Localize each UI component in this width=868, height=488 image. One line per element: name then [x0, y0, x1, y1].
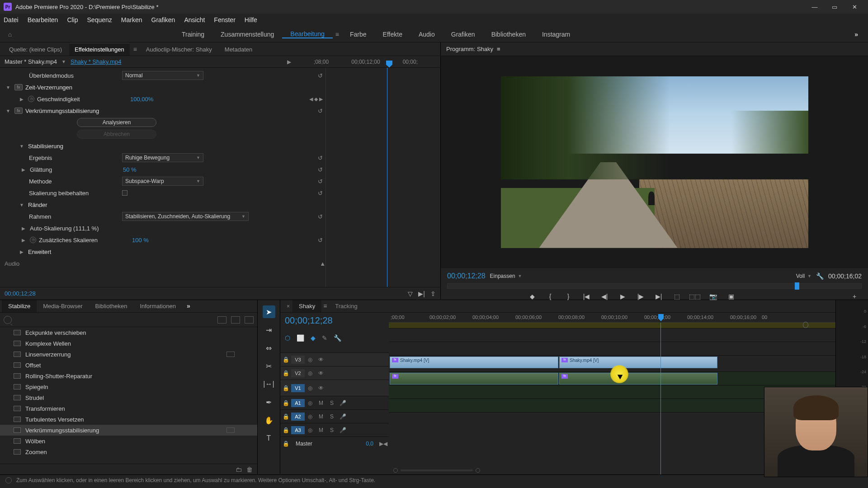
ws-instagram[interactable]: Instagram — [534, 31, 578, 38]
track-label[interactable]: V1 — [291, 384, 305, 392]
extract-icon[interactable]: ⬚⬚ — [689, 292, 700, 301]
toggle-output-icon[interactable]: 👁 — [316, 357, 326, 363]
effect-item-selected[interactable]: Verkrümmungsstabilisierung — [0, 425, 257, 436]
result-dropdown[interactable]: Ruhige Bewegung▼ — [122, 153, 203, 162]
blendmode-dropdown[interactable]: Normal▼ — [122, 71, 203, 80]
search-input[interactable] — [15, 317, 214, 323]
mark-out-icon[interactable]: } — [563, 292, 574, 301]
zoom-in-icon[interactable] — [476, 468, 480, 473]
linked-selection-icon[interactable]: ⬜ — [297, 334, 304, 342]
snap-icon[interactable]: ⬡ — [285, 334, 290, 342]
zoom-out-icon[interactable] — [393, 468, 398, 473]
button-editor-icon[interactable]: + — [849, 292, 860, 301]
ec-playhead[interactable] — [386, 61, 392, 68]
audio-clip[interactable]: fx — [390, 373, 558, 385]
tab-media-browser[interactable]: Media-Browser — [37, 300, 89, 312]
tab-audio-mixer[interactable]: Audioclip-Mischer: Shaky — [141, 43, 217, 56]
work-area-bar[interactable] — [389, 323, 835, 328]
hand-tool-icon[interactable]: ✋ — [263, 414, 275, 427]
ws-audio[interactable]: Audio — [410, 31, 443, 38]
timeline-playhead[interactable] — [658, 314, 664, 321]
lift-icon[interactable]: ⬚ — [671, 292, 682, 301]
twirl-icon[interactable]: ▶ — [18, 249, 25, 254]
lock-icon[interactable]: 🔒 — [280, 400, 291, 406]
tab-info[interactable]: Informationen — [133, 300, 182, 312]
speed-value[interactable]: 100,00% — [130, 96, 212, 103]
step-back-icon[interactable]: ◀| — [599, 292, 610, 301]
ec-clip-link[interactable]: Shaky * Shaky.mp4 — [71, 58, 121, 65]
tab-menu-icon[interactable]: ≡ — [132, 43, 139, 56]
timeline-ruler[interactable]: ;00;00 00;00;02;00 00;00;04;00 00;00;06;… — [389, 313, 835, 323]
twirl-icon[interactable]: ▶ — [20, 167, 27, 172]
slip-tool-icon[interactable]: |↔| — [263, 378, 275, 390]
sync-lock-icon[interactable]: ◎ — [305, 357, 316, 363]
advanced-section[interactable]: Erweitert — [28, 249, 118, 255]
effect-item[interactable]: Linsenverzerrung — [0, 349, 257, 360]
video-clip[interactable]: fxShaky.mp4 [V] — [559, 357, 717, 368]
expand-icon[interactable]: ▶◀ — [378, 441, 389, 447]
home-icon[interactable]: ⌂ — [0, 26, 20, 42]
lock-icon[interactable]: 🔒 — [280, 413, 291, 420]
playhead-icon[interactable]: ▶ — [287, 59, 291, 65]
quality-dropdown[interactable]: Voll▼ — [796, 273, 811, 279]
goto-in-icon[interactable]: |◀ — [581, 292, 592, 301]
zoom-slider[interactable] — [401, 469, 473, 471]
track-select-tool-icon[interactable]: ⇥ — [263, 324, 275, 336]
reset-icon[interactable]: ↺ — [315, 190, 326, 197]
add-marker-icon[interactable]: ◆ — [311, 334, 316, 342]
additional-scale-value[interactable]: 100 % — [132, 237, 213, 244]
effect-item[interactable]: Eckpunkte verschieben — [0, 327, 257, 338]
solo-icon[interactable]: S — [326, 413, 337, 420]
method-dropdown[interactable]: Subspace-Warp▼ — [122, 177, 203, 186]
lock-icon[interactable]: 🔒 — [280, 427, 291, 433]
menu-ansicht[interactable]: Ansicht — [184, 16, 205, 23]
menu-fenster[interactable]: Fenster — [214, 16, 235, 23]
export-frame-icon[interactable]: 📷 — [708, 292, 718, 301]
menu-marken[interactable]: Marken — [121, 16, 142, 23]
preset-bin-icon[interactable] — [245, 316, 254, 324]
effect-item[interactable]: Offset — [0, 360, 257, 371]
ws-effekte[interactable]: Effekte — [375, 31, 410, 38]
effect-item[interactable]: Transformieren — [0, 403, 257, 414]
sync-lock-icon[interactable]: ◎ — [305, 370, 316, 376]
smoothness-value[interactable]: 50 % — [123, 166, 204, 173]
program-scrubber[interactable] — [447, 283, 862, 289]
goto-out-icon[interactable]: ▶| — [653, 292, 664, 301]
audio-section[interactable]: Audio — [5, 260, 19, 267]
sync-lock-icon[interactable]: ◎ — [305, 413, 316, 420]
fx-badge-icon[interactable]: fx — [14, 108, 23, 114]
fit-dropdown[interactable]: Einpassen▼ — [490, 273, 522, 279]
minimize-button[interactable]: — — [805, 0, 825, 14]
reset-icon[interactable]: ↺ — [315, 178, 326, 185]
effect-item[interactable]: Zoomen — [0, 446, 257, 457]
twirl-icon[interactable]: ▼ — [18, 144, 25, 149]
tab-libraries[interactable]: Bibliotheken — [89, 300, 134, 312]
ripple-tool-icon[interactable]: ⇔ — [263, 342, 275, 354]
preset-bin-icon[interactable] — [217, 316, 226, 324]
step-fwd-icon[interactable]: |▶ — [635, 292, 646, 301]
tab-source[interactable]: Quelle: (keine Clips) — [4, 43, 67, 56]
warp-stab-section[interactable]: Verkrümmungsstabilisierung — [25, 108, 116, 114]
analyze-button[interactable]: Analysieren — [77, 118, 156, 127]
ws-zusammenstellung[interactable]: Zusammenstellung — [212, 31, 282, 38]
program-viewport[interactable] — [501, 76, 808, 248]
track-label[interactable]: A1 — [291, 399, 305, 407]
maximize-button[interactable]: ▭ — [825, 0, 844, 14]
ec-timecode[interactable]: 00;00;12;28 — [5, 290, 36, 297]
pen-tool-icon[interactable]: ✒ — [263, 396, 275, 408]
track-label[interactable]: V3 — [291, 356, 305, 364]
reset-icon[interactable]: ↺ — [315, 72, 326, 79]
twirl-icon[interactable]: ▶ — [18, 97, 25, 102]
collapse-icon[interactable]: ▲ — [320, 260, 326, 267]
toggle-output-icon[interactable]: 👁 — [316, 370, 326, 376]
sync-lock-icon[interactable]: ◎ — [305, 385, 316, 391]
ws-grafiken[interactable]: Grafiken — [443, 31, 483, 38]
menu-grafiken[interactable]: Grafiken — [151, 16, 175, 23]
settings-icon[interactable]: ✎ — [322, 334, 327, 342]
close-button[interactable]: ✕ — [844, 0, 864, 14]
menu-clip[interactable]: Clip — [67, 16, 78, 23]
tab-effect-controls[interactable]: Effekteinstellungen — [69, 43, 130, 56]
solo-icon[interactable]: S — [326, 427, 337, 433]
export-icon[interactable]: ⇪ — [430, 290, 436, 297]
type-tool-icon[interactable]: T — [263, 432, 275, 445]
